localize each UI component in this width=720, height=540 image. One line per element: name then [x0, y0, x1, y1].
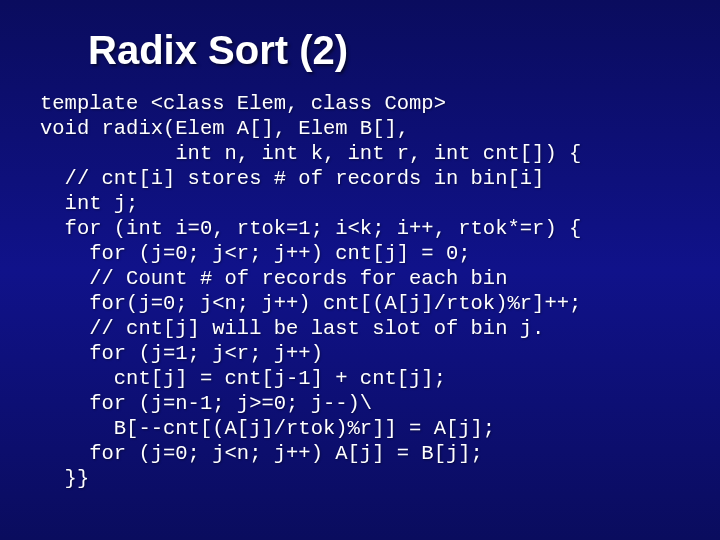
- slide-title: Radix Sort (2): [88, 28, 720, 73]
- slide: Radix Sort (2) template <class Elem, cla…: [0, 0, 720, 540]
- code-block: template <class Elem, class Comp> void r…: [40, 91, 720, 491]
